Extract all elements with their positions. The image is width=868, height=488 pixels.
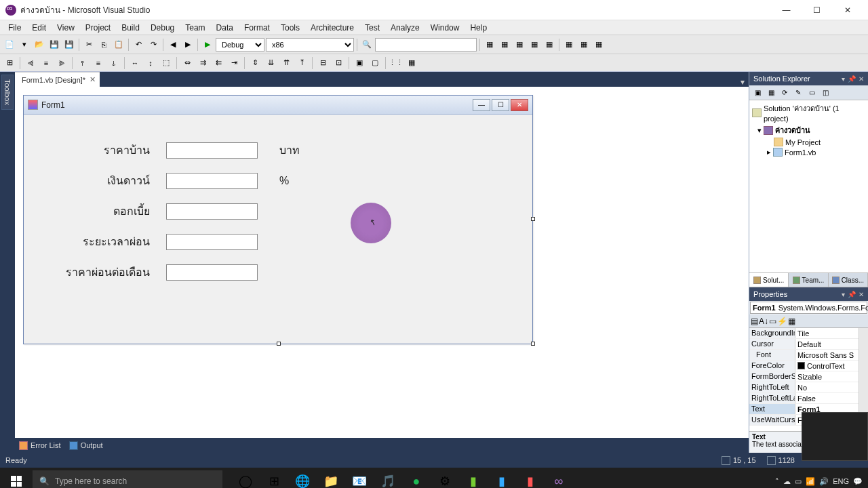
find-combo[interactable] xyxy=(375,38,477,52)
task-explorer-icon[interactable]: 📁 xyxy=(317,468,344,488)
tb-ext4-icon[interactable]: ▦ xyxy=(528,38,541,52)
tab-class-view[interactable]: Class... xyxy=(829,273,868,287)
redo-icon[interactable]: ↷ xyxy=(146,38,160,52)
task-edge-icon[interactable]: 🌐 xyxy=(289,468,316,488)
tabs-dropdown-icon[interactable]: ▾ xyxy=(736,77,749,87)
textbox-price[interactable] xyxy=(166,142,258,159)
undo-icon[interactable]: ↶ xyxy=(132,38,145,52)
task-settings-icon[interactable]: ⚙ xyxy=(431,468,458,488)
tab-order-icon[interactable]: ⋮⋮ xyxy=(389,56,403,70)
copy-icon[interactable]: ⎘ xyxy=(97,38,111,52)
hspace-remove-icon[interactable]: ⇥ xyxy=(227,56,241,70)
open-icon[interactable]: 📂 xyxy=(33,38,46,52)
task-app3-icon[interactable]: ▮ xyxy=(517,468,544,488)
tb-ext6-icon[interactable]: ▦ xyxy=(562,38,576,52)
panel-dropdown-icon[interactable]: ▾ xyxy=(842,75,845,83)
close-button[interactable]: ✕ xyxy=(832,0,863,20)
bring-front-icon[interactable]: ▣ xyxy=(353,56,366,70)
prop-row[interactable]: ForeColorControlText xyxy=(749,361,868,371)
props-pages-icon[interactable]: ▦ xyxy=(788,317,795,326)
menu-edit[interactable]: Edit xyxy=(26,22,52,34)
vspace-inc-icon[interactable]: ⇊ xyxy=(264,56,277,70)
tray-lang[interactable]: ENG xyxy=(833,477,849,485)
props-events-icon[interactable]: ⚡ xyxy=(777,317,787,326)
menu-analyze[interactable]: Analyze xyxy=(385,22,425,34)
textbox-monthly[interactable] xyxy=(166,264,258,281)
tab-solution-explorer[interactable]: Solut... xyxy=(749,273,789,287)
menu-project[interactable]: Project xyxy=(80,22,116,34)
tray-chevron-icon[interactable]: ˄ xyxy=(775,477,779,486)
se-viewcode-icon[interactable]: ✎ xyxy=(792,87,804,98)
menu-architecture[interactable]: Architecture xyxy=(305,22,359,34)
center-h-icon[interactable]: ⊟ xyxy=(316,56,330,70)
hspace-equal-icon[interactable]: ⇔ xyxy=(180,56,194,70)
task-view-icon[interactable]: ⊞ xyxy=(260,468,288,488)
tb-ext7-icon[interactable]: ▦ xyxy=(577,38,591,52)
tray-volume-icon[interactable]: 🔊 xyxy=(819,477,829,486)
start-button[interactable] xyxy=(0,468,33,488)
hspace-dec-icon[interactable]: ⇇ xyxy=(212,56,225,70)
same-width-icon[interactable]: ↔ xyxy=(128,56,142,70)
prop-row[interactable]: FontMicrosoft Sans S xyxy=(749,350,868,361)
label-monthly[interactable]: ราคาผ่อนต่อเดือน xyxy=(44,264,166,281)
task-mail-icon[interactable]: 📧 xyxy=(346,468,373,488)
menu-tools[interactable]: Tools xyxy=(275,22,305,34)
tree-myproject[interactable]: My Project xyxy=(751,137,867,147)
expand-icon[interactable]: ▸ xyxy=(767,148,771,157)
se-showall-icon[interactable]: ▦ xyxy=(765,87,777,98)
output-tab[interactable]: Output xyxy=(69,441,103,450)
menu-team[interactable]: Team xyxy=(180,22,210,34)
nav-fwd-icon[interactable]: ▶ xyxy=(181,38,195,52)
platform-combo[interactable]: x86 xyxy=(266,38,354,52)
tb-ext3-icon[interactable]: ▦ xyxy=(513,38,526,52)
tree-solution[interactable]: Solution 'ค่างวดบ้าน' (1 project) xyxy=(751,102,867,123)
panel-pin-icon[interactable]: 📌 xyxy=(848,75,856,83)
tree-form1[interactable]: ▸ Form1.vb xyxy=(751,147,867,157)
center-v-icon[interactable]: ⊡ xyxy=(332,56,345,70)
config-combo[interactable]: Debug xyxy=(216,38,264,52)
send-back-icon[interactable]: ▢ xyxy=(368,56,382,70)
align-center-icon[interactable]: ≡ xyxy=(39,56,53,70)
tree-project[interactable]: ▾ ค่างวดบ้าน xyxy=(751,123,867,137)
tab-team-explorer[interactable]: Team... xyxy=(789,273,828,287)
error-list-tab[interactable]: Error List xyxy=(19,441,61,450)
textbox-down[interactable] xyxy=(166,173,258,189)
menu-debug[interactable]: Debug xyxy=(145,22,180,34)
se-viewdesigner-icon[interactable]: ▭ xyxy=(806,87,818,98)
menu-window[interactable]: Window xyxy=(425,22,465,34)
save-all-icon[interactable]: 💾 xyxy=(62,38,76,52)
minimize-button[interactable]: — xyxy=(771,0,802,20)
props-categorized-icon[interactable]: ▤ xyxy=(751,317,758,326)
task-spotify-icon[interactable]: ● xyxy=(403,468,430,488)
merge-icon[interactable]: ▦ xyxy=(405,56,418,70)
panel-pin-icon[interactable]: 📌 xyxy=(848,291,856,298)
designer-form-window[interactable]: Form1 — ☐ ✕ ราคาบ้าน บาท เงินดาวน์ % xyxy=(23,95,533,344)
form-designer-surface[interactable]: Form1 — ☐ ✕ ราคาบ้าน บาท เงินดาวน์ % xyxy=(15,87,749,438)
label-percent[interactable]: % xyxy=(279,175,289,187)
prop-row[interactable]: RightToLeftLayFalse xyxy=(749,393,868,404)
menu-view[interactable]: View xyxy=(52,22,80,34)
textbox-period[interactable] xyxy=(166,234,258,250)
vspace-equal-icon[interactable]: ⇕ xyxy=(248,56,262,70)
cut-icon[interactable]: ✂ xyxy=(82,38,96,52)
menu-format[interactable]: Format xyxy=(239,22,275,34)
tray-notifications-icon[interactable]: 💬 xyxy=(853,477,863,486)
taskbar-search[interactable]: 🔍 Type here to search xyxy=(33,470,222,488)
tb-ext2-icon[interactable]: ▦ xyxy=(498,38,511,52)
tray-meet-icon[interactable]: ▭ xyxy=(795,477,802,486)
maximize-button[interactable]: ☐ xyxy=(802,0,832,20)
label-period[interactable]: ระยะเวลาผ่อน xyxy=(44,233,166,250)
task-cortana-icon[interactable]: ◯ xyxy=(232,468,259,488)
align-middle-icon[interactable]: ≡ xyxy=(92,56,105,70)
menu-file[interactable]: File xyxy=(3,22,26,34)
se-properties-icon[interactable]: ▣ xyxy=(751,87,764,98)
prop-row[interactable]: FormBorderStySizable xyxy=(749,371,868,382)
se-refresh-icon[interactable]: ⟳ xyxy=(778,87,791,98)
label-baht[interactable]: บาท xyxy=(279,142,300,159)
textbox-interest[interactable] xyxy=(166,203,258,220)
task-app2-icon[interactable]: ▮ xyxy=(488,468,515,488)
task-itunes-icon[interactable]: 🎵 xyxy=(374,468,401,488)
start-debug-icon[interactable]: ▶ xyxy=(201,38,214,52)
label-interest[interactable]: ดอกเบี้ย xyxy=(44,203,166,220)
menu-help[interactable]: Help xyxy=(465,22,492,34)
